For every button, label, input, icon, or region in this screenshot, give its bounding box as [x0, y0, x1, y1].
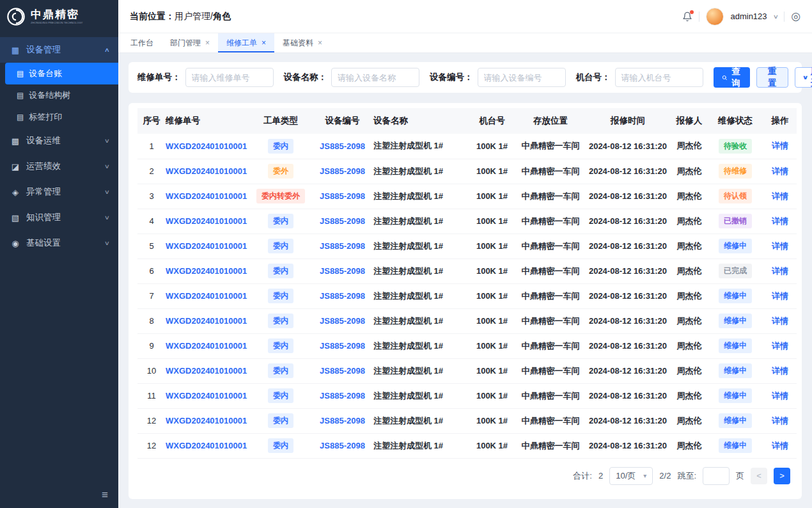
location-value: 中鼎精密一车间 — [522, 416, 580, 425]
detail-link[interactable]: 详情 — [772, 291, 788, 301]
filter-input-repair-order-no[interactable] — [185, 68, 274, 87]
report-time-value: 2024-08-12 16:31:20 — [589, 391, 667, 401]
location-value: 中鼎精密一车间 — [522, 316, 580, 326]
location-cell: 中鼎精密一车间 — [517, 134, 584, 159]
previous-page-button[interactable]: < — [751, 468, 767, 484]
notification-bell-icon[interactable] — [682, 12, 692, 22]
detail-link[interactable]: 详情 — [772, 216, 788, 226]
tab-workbench[interactable]: 工作台 — [122, 33, 162, 52]
detail-link[interactable]: 详情 — [772, 266, 788, 276]
reset-button[interactable]: 重置 — [756, 67, 788, 88]
content: 维修单号：设备名称：设备编号：机台号： 查询 重置 ∨ 展开 — [118, 53, 812, 508]
order-no-link[interactable]: WXGD202401010001 — [166, 366, 247, 376]
order-no-link[interactable]: WXGD202401010001 — [166, 391, 247, 401]
repair-status-cell: 待维修 — [707, 159, 763, 184]
tab-repair-work-order[interactable]: 维修工单× — [218, 33, 274, 52]
order-no-link[interactable]: WXGD202401010001 — [166, 241, 247, 251]
sidebar-menu-equipment-operations[interactable]: ▩设备运维∨ — [0, 128, 118, 154]
order-no-link[interactable]: WXGD202401010001 — [166, 291, 247, 301]
machine-no-cell: 100K 1# — [467, 234, 517, 258]
detail-link[interactable]: 详情 — [772, 141, 788, 150]
reporter-value: 周杰伦 — [677, 191, 702, 201]
next-page-button[interactable]: > — [774, 468, 790, 484]
detail-link[interactable]: 详情 — [772, 441, 788, 450]
sidebar-menu-knowledge-management[interactable]: ▧知识管理∨ — [0, 205, 118, 230]
detail-link[interactable]: 详情 — [772, 366, 788, 376]
order-no-link[interactable]: WXGD202401010001 — [166, 341, 247, 351]
location-cell: 中鼎精密一车间 — [517, 308, 584, 333]
order-no-cell: WXGD202401010001 — [166, 258, 250, 283]
device-no-value: JS885-2098 — [320, 366, 365, 376]
search-button[interactable]: 查询 — [714, 67, 751, 88]
collapse-sidebar-icon[interactable]: ≡ — [102, 489, 108, 502]
device-no-cell: JS885-2098 — [311, 258, 373, 283]
target-icon[interactable]: ◎ — [791, 10, 800, 23]
detail-link[interactable]: 详情 — [772, 416, 788, 425]
sidebar-menu-exception-management[interactable]: ◈异常管理∨ — [0, 179, 118, 205]
work-order-table-body: 1WXGD202401010001委内JS885-2098注塑注射成型机 1#1… — [137, 134, 797, 458]
reporter-value: 周杰伦 — [677, 141, 702, 150]
order-no-link[interactable]: WXGD202401010001 — [166, 441, 247, 450]
report-time-value: 2024-08-12 16:31:20 — [589, 191, 667, 201]
device-no-cell: JS885-2098 — [311, 408, 373, 433]
table-row: 1WXGD202401010001委内JS885-2098注塑注射成型机 1#1… — [137, 134, 797, 159]
close-icon[interactable]: × — [205, 38, 210, 47]
sidebar-menu-basic-settings[interactable]: ◉基础设置∨ — [0, 230, 118, 256]
sidebar-item-equipment-structure-tree[interactable]: ▤设备结构树 — [0, 84, 118, 106]
sidebar-menu-equipment-management[interactable]: ▦设备管理∧ — [0, 37, 118, 63]
order-no-link[interactable]: WXGD202401010001 — [166, 416, 247, 425]
topbar-actions: admin123 ∨ ◎ — [682, 8, 800, 26]
sidebar-item-equipment-ledger[interactable]: ▤设备台账 — [5, 63, 118, 84]
filter-input-machine-no[interactable] — [615, 68, 703, 87]
report-time-value: 2024-08-12 16:31:20 — [589, 316, 667, 326]
chevron-up-icon: ∧ — [104, 47, 110, 53]
detail-link[interactable]: 详情 — [772, 241, 788, 251]
location-cell: 中鼎精密一车间 — [517, 408, 584, 433]
report-time-value: 2024-08-12 16:31:20 — [589, 416, 667, 425]
device-no-cell: JS885-2098 — [311, 234, 373, 258]
device-name-value: 注塑注射成型机 1# — [373, 391, 443, 401]
detail-link[interactable]: 详情 — [772, 316, 788, 326]
expand-button[interactable]: ∨ 展开 — [795, 67, 812, 88]
location-value: 中鼎精密一车间 — [522, 166, 580, 176]
close-icon[interactable]: × — [318, 38, 322, 47]
seq-value: 5 — [149, 241, 153, 251]
machine-no-value: 100K 1# — [476, 216, 508, 226]
chevron-down-icon: ∨ — [104, 214, 110, 221]
sidebar-item-label-printing[interactable]: ▤标签打印 — [0, 106, 118, 128]
seq-value: 1 — [149, 141, 153, 151]
menu-label: 运营绩效 — [26, 161, 61, 172]
detail-link[interactable]: 详情 — [772, 341, 788, 351]
order-no-link[interactable]: WXGD202401010001 — [166, 266, 247, 276]
tab-basic-data[interactable]: 基础资料× — [274, 33, 331, 52]
filter-input-device-no[interactable] — [478, 68, 566, 87]
order-type-cell: 委外 — [250, 159, 311, 184]
filter-input-device-name[interactable] — [331, 68, 419, 87]
tab-department-management[interactable]: 部门管理× — [162, 33, 218, 52]
order-no-link[interactable]: WXGD202401010001 — [166, 166, 247, 176]
order-no-link[interactable]: WXGD202401010001 — [166, 216, 247, 226]
order-no-link[interactable]: WXGD202401010001 — [166, 191, 247, 201]
detail-link[interactable]: 详情 — [772, 191, 788, 201]
report-time-cell: 2024-08-12 16:31:20 — [584, 184, 671, 209]
detail-link[interactable]: 详情 — [772, 391, 788, 401]
username[interactable]: admin123 — [730, 12, 767, 21]
device-name-value: 注塑注射成型机 1# — [373, 366, 443, 376]
device-no-cell: JS885-2098 — [311, 283, 373, 308]
location-value: 中鼎精密一车间 — [522, 441, 580, 450]
device-no-value: JS885-2098 — [320, 216, 365, 226]
order-no-link[interactable]: WXGD202401010001 — [166, 316, 247, 326]
chevron-down-icon: ▾ — [643, 472, 646, 479]
chevron-down-icon: ∨ — [104, 189, 110, 195]
page-size-select[interactable]: 10/页 ▾ — [609, 467, 653, 485]
detail-link[interactable]: 详情 — [772, 166, 788, 176]
avatar[interactable] — [706, 8, 724, 26]
jump-page-input[interactable] — [703, 467, 730, 485]
close-icon[interactable]: × — [262, 38, 266, 47]
sidebar-menu-operation-performance[interactable]: ◪运营绩效∨ — [0, 154, 118, 179]
action-cell: 详情 — [763, 308, 797, 333]
order-no-link[interactable]: WXGD202401010001 — [166, 141, 247, 151]
column-header: 报修人 — [671, 108, 707, 134]
chevron-down-icon[interactable]: ∨ — [772, 13, 778, 20]
filter-groups: 维修单号：设备名称：设备编号：机台号： — [137, 68, 703, 87]
